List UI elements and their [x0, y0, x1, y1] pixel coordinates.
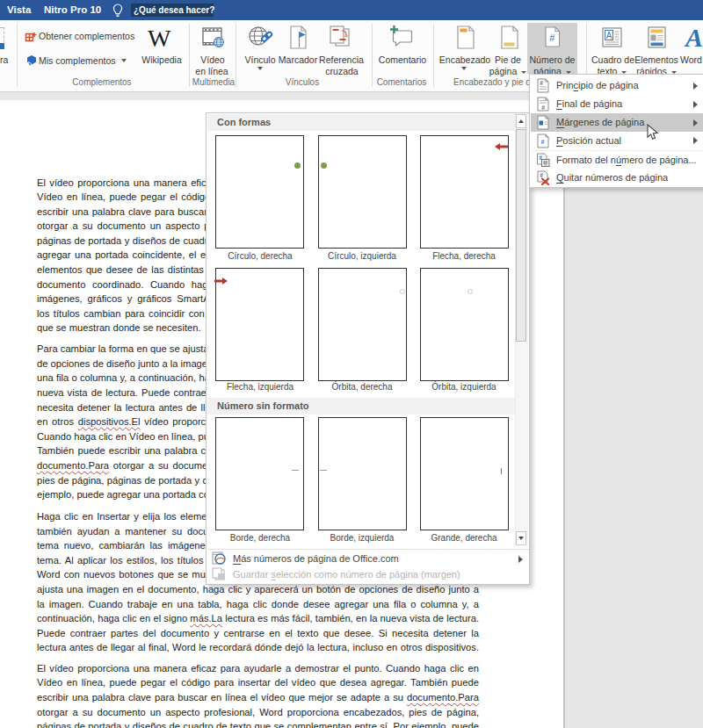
svg-text:#: # — [540, 172, 543, 178]
svg-text:#: # — [541, 105, 545, 111]
svg-text:A: A — [606, 31, 612, 40]
svg-text:#: # — [540, 80, 543, 86]
svg-text:#: # — [541, 138, 545, 144]
svg-text:#: # — [549, 32, 555, 43]
